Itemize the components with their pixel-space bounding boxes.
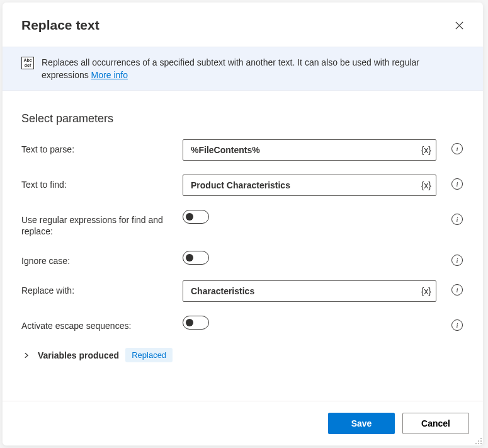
svg-point-5 — [480, 443, 482, 444]
variable-picker-icon[interactable]: {x} — [421, 180, 431, 190]
banner-text: Replaces all occurrences of a specified … — [42, 56, 464, 81]
svg-point-4 — [478, 443, 479, 444]
info-banner: Abc def Replaces all occurrences of a sp… — [3, 47, 483, 91]
param-text-to-parse: Text to parse: {x} i — [21, 139, 464, 161]
close-icon — [455, 21, 464, 30]
chevron-right-icon[interactable] — [21, 350, 31, 360]
close-button[interactable] — [450, 16, 468, 34]
replace-text-dialog: Replace text Abc def Replaces all occurr… — [3, 3, 483, 445]
variable-picker-icon[interactable]: {x} — [421, 286, 431, 296]
resize-handle[interactable] — [474, 436, 482, 445]
section-heading: Select parameters — [21, 112, 464, 125]
input-replace-with[interactable] — [183, 280, 436, 302]
dialog-footer: Save Cancel — [3, 401, 483, 445]
label-text-to-find: Text to find: — [21, 175, 176, 190]
label-ignore-case: Ignore case: — [21, 251, 176, 267]
dialog-body: Select parameters Text to parse: {x} i T… — [3, 91, 483, 401]
toggle-use-regex[interactable] — [183, 210, 209, 224]
dialog-title: Replace text — [21, 18, 99, 33]
variable-badge: Replaced — [125, 348, 173, 362]
label-activate-escape: Activate escape sequences: — [21, 316, 176, 331]
cancel-button[interactable]: Cancel — [402, 413, 469, 434]
variables-produced-label[interactable]: Variables produced — [38, 350, 119, 360]
input-text-to-parse[interactable] — [183, 139, 436, 161]
variable-picker-icon[interactable]: {x} — [421, 145, 431, 155]
svg-point-2 — [480, 440, 482, 442]
param-activate-escape: Activate escape sequences: i — [21, 316, 464, 331]
label-text-to-parse: Text to parse: — [21, 139, 176, 155]
svg-point-0 — [480, 438, 482, 439]
variables-produced-row: Variables produced Replaced — [21, 348, 464, 362]
param-replace-with: Replace with: {x} i — [21, 280, 464, 302]
replace-text-icon: Abc def — [21, 57, 34, 69]
save-button[interactable]: Save — [328, 413, 395, 434]
toggle-ignore-case[interactable] — [183, 251, 209, 265]
input-text-to-find[interactable] — [183, 175, 436, 196]
info-icon[interactable]: i — [451, 255, 463, 266]
param-ignore-case: Ignore case: i — [21, 251, 464, 267]
param-use-regex: Use regular expressions for find and rep… — [21, 210, 464, 237]
svg-point-1 — [478, 440, 479, 442]
dialog-header: Replace text — [3, 3, 483, 47]
more-info-link[interactable]: More info — [91, 70, 128, 80]
info-icon[interactable]: i — [451, 214, 463, 225]
toggle-activate-escape[interactable] — [183, 316, 209, 330]
svg-point-3 — [475, 443, 477, 444]
info-icon[interactable]: i — [451, 143, 463, 154]
info-icon[interactable]: i — [451, 284, 463, 296]
label-replace-with: Replace with: — [21, 280, 176, 296]
label-use-regex: Use regular expressions for find and rep… — [21, 210, 176, 237]
info-icon[interactable]: i — [451, 178, 463, 190]
param-text-to-find: Text to find: {x} i — [21, 175, 464, 196]
info-icon[interactable]: i — [451, 319, 463, 331]
